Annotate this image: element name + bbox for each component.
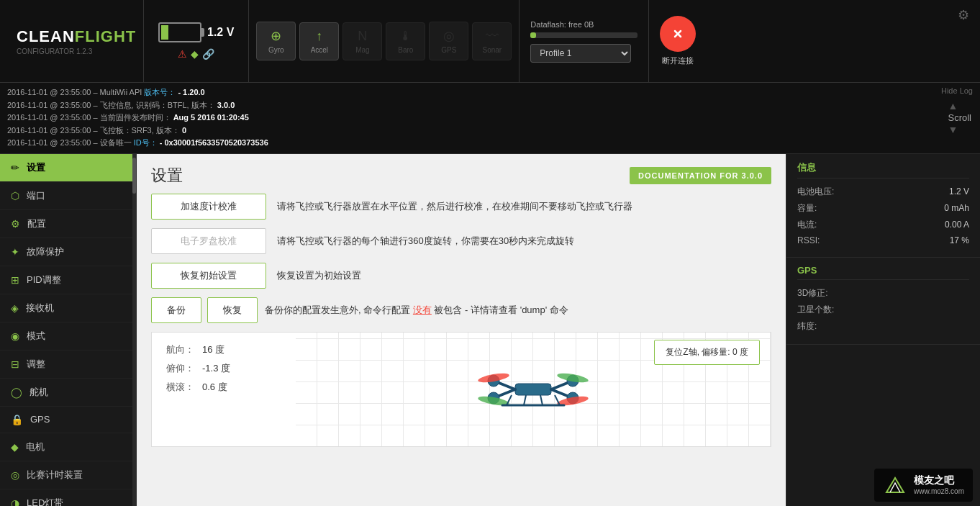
baro-label: Baro xyxy=(398,46,413,54)
disconnect-label: 断开连接 xyxy=(662,55,694,66)
capacity-label: 容量: xyxy=(797,202,817,214)
info-section: 信息 电池电压: 1.2 V 容量: 0 mAh 电流: 0.00 A RSSI… xyxy=(786,154,980,258)
disconnect-button[interactable]: 断开连接 xyxy=(660,16,696,66)
sonar-label: Sonar xyxy=(483,46,502,54)
sidebar: ✏ 设置 ⬡ 端口 ⚙ 配置 ✦ 故障保护 ⊞ PID调整 xyxy=(0,154,137,506)
sidebar-label-gps: GPS xyxy=(30,414,50,425)
gyro-icon: ⊕ xyxy=(271,28,281,44)
hide-log-button[interactable]: Hide Log xyxy=(941,86,973,95)
log-line-5: 2016-11-01 @ 23:55:00 – 设备唯一 ID号： - 0x30… xyxy=(7,137,973,150)
sidebar-item-modes[interactable]: ◉ 模式 xyxy=(0,322,132,351)
sensors-area: ⊕ Gyro ↑ Accel N Mag 🌡 Baro ◎ GPS 〰 Sona… xyxy=(249,0,520,82)
documentation-button[interactable]: DOCUMENTATION FOR 3.0.0 xyxy=(630,167,771,184)
watermark-url: www.moz8.com xyxy=(914,487,964,495)
backup-button[interactable]: 备份 xyxy=(151,297,201,323)
sidebar-item-config[interactable]: ⚙ 配置 xyxy=(0,210,132,238)
gps-section: GPS 3D修正: 卫星个数: 纬度: xyxy=(786,258,980,345)
disconnect-area: 断开连接 xyxy=(649,0,707,82)
logo-area: CLEAN FLIGHT CONFIGURATOR 1.2.3 xyxy=(0,0,144,82)
sidebar-scrollbar-thumb xyxy=(132,158,136,194)
satellites-label: 卫星个数: xyxy=(797,304,834,316)
pitch-label: 俯仰： xyxy=(166,362,195,375)
voltage-value: 1.2 V xyxy=(949,186,969,196)
sidebar-item-receiver[interactable]: ◈ 接收机 xyxy=(0,294,132,322)
voltage-label: 电池电压: xyxy=(797,186,834,198)
capacity-value: 0 mAh xyxy=(944,203,969,213)
backup-desc: 备份你的配置发生意外, 命令行配置 没有 被包含 - 详情请查看 'dump' … xyxy=(265,297,771,317)
restore-button[interactable]: 恢复 xyxy=(207,297,258,323)
reset-button[interactable]: 恢复初始设置 xyxy=(151,263,266,289)
log-area: 2016-11-01 @ 23:55:00 – MultiWii API 版本号… xyxy=(0,83,980,154)
timer-nav-icon: ◎ xyxy=(11,469,19,481)
compass-calib-row: 电子罗盘校准 请将飞控或飞行器的每个轴进行360度旋转，你需要在30秒内来完成旋… xyxy=(151,228,771,254)
sidebar-item-adjust[interactable]: ⊟ 调整 xyxy=(0,351,132,379)
scroll-arrows: ▲ Scroll ▼ xyxy=(948,101,973,135)
modes-nav-icon: ◉ xyxy=(11,330,19,342)
compass-calib-button[interactable]: 电子罗盘校准 xyxy=(151,228,266,254)
mag-label: Mag xyxy=(355,46,369,54)
sidebar-item-motor[interactable]: ◆ 电机 xyxy=(0,433,132,461)
pitch-value: -1.3 度 xyxy=(202,362,230,375)
content-body: 加速度计校准 请将飞控或飞行器放置在水平位置，然后进行校准，在校准期间不要移动飞… xyxy=(137,194,786,506)
settings-gear-icon[interactable]: ⚙ xyxy=(958,7,969,23)
gps-label: GPS xyxy=(441,46,456,54)
roll-value: 0.6 度 xyxy=(202,381,227,394)
log-line-1: 2016-11-01 @ 23:55:00 – MultiWii API 版本号… xyxy=(7,86,973,99)
sidebar-label-settings: 设置 xyxy=(27,161,45,174)
scroll-up-arrow[interactable]: ▲ xyxy=(948,101,973,111)
sidebar-label-ports: 端口 xyxy=(27,189,45,202)
accel-calib-desc: 请将飞控或飞行器放置在水平位置，然后进行校准，在校准期间不要移动飞控或飞行器 xyxy=(277,194,771,214)
sensor-accel[interactable]: ↑ Accel xyxy=(299,22,339,60)
sensor-baro[interactable]: 🌡 Baro xyxy=(386,22,425,60)
scroll-down-arrow[interactable]: ▼ xyxy=(948,125,973,135)
sensor-gps[interactable]: ◎ GPS xyxy=(429,22,468,60)
attitude-visual: 复位Z轴, 偏移量: 0 度 xyxy=(296,333,771,446)
sidebar-item-settings[interactable]: ✏ 设置 xyxy=(0,154,132,182)
sidebar-label-failsafe: 故障保护 xyxy=(27,245,64,258)
profile-select[interactable]: Profile 1 Profile 2 Profile 3 xyxy=(530,44,631,63)
backup-row: 备份 恢复 备份你的配置发生意外, 命令行配置 没有 被包含 - 详情请查看 '… xyxy=(151,297,771,323)
sidebar-item-led[interactable]: ◑ LED灯带 xyxy=(0,489,132,506)
battery-fill xyxy=(161,25,168,40)
sensor-sonar[interactable]: 〰 Sonar xyxy=(472,22,512,60)
sidebar-label-led: LED灯带 xyxy=(27,497,63,506)
sidebar-item-gps[interactable]: 🔒 GPS xyxy=(0,407,132,433)
roll-label: 横滚： xyxy=(166,381,195,394)
sonar-icon: 〰 xyxy=(486,29,499,44)
rssi-row: RSSI: 17 % xyxy=(797,235,969,245)
accel-calib-button[interactable]: 加速度计校准 xyxy=(151,194,266,220)
attitude-values: 航向： 16 度 俯仰： -1.3 度 横滚： 0.6 度 xyxy=(152,333,296,446)
backup-btn-pair: 备份 恢复 xyxy=(151,297,258,323)
fix-row: 3D修正: xyxy=(797,287,969,299)
sensor-mag[interactable]: N Mag xyxy=(342,22,382,60)
log-line-4: 2016-11-01 @ 23:55:00 – 飞控板：SRF3, 版本： 0 xyxy=(7,125,973,137)
sidebar-item-failsafe[interactable]: ✦ 故障保护 xyxy=(0,238,132,266)
info-title: 信息 xyxy=(797,161,969,179)
svg-line-17 xyxy=(524,395,526,405)
sidebar-scrollbar[interactable] xyxy=(132,154,136,506)
sidebar-item-timer[interactable]: ◎ 比赛计时装置 xyxy=(0,461,132,489)
mag-icon: N xyxy=(358,29,367,44)
battery-voltage: 1.2 V xyxy=(207,26,234,39)
reset-row: 恢复初始设置 恢复设置为初始设置 xyxy=(151,263,771,289)
sidebar-item-servos[interactable]: ◯ 舵机 xyxy=(0,379,132,407)
svg-rect-3 xyxy=(515,384,551,395)
current-value: 0.00 A xyxy=(945,220,969,230)
usb-icon xyxy=(669,25,686,42)
led-nav-icon: ◑ xyxy=(11,497,19,506)
sidebar-item-pid[interactable]: ⊞ PID调整 xyxy=(0,266,132,294)
dataflash-bar-fill xyxy=(530,32,535,38)
heading-label: 航向： xyxy=(166,343,195,356)
sidebar-label-receiver: 接收机 xyxy=(26,302,54,315)
sidebar-label-motor: 电机 xyxy=(26,441,45,453)
sidebar-label-adjust: 调整 xyxy=(27,358,45,371)
sidebar-item-ports[interactable]: ⬡ 端口 xyxy=(0,182,132,210)
log-line-3: 2016-11-01 @ 23:55:00 – 当前固件发布时间： Aug 5 … xyxy=(7,112,973,125)
scroll-label: Scroll xyxy=(948,112,971,123)
sensor-gyro[interactable]: ⊕ Gyro xyxy=(256,22,296,60)
roll-row: 横滚： 0.6 度 xyxy=(166,381,281,394)
diamond-icon: ◆ xyxy=(191,48,199,60)
watermark-logo xyxy=(883,474,908,496)
logo-sub: CONFIGURATOR 1.2.3 xyxy=(17,48,136,55)
reset-attitude-button[interactable]: 复位Z轴, 偏移量: 0 度 xyxy=(654,340,760,365)
